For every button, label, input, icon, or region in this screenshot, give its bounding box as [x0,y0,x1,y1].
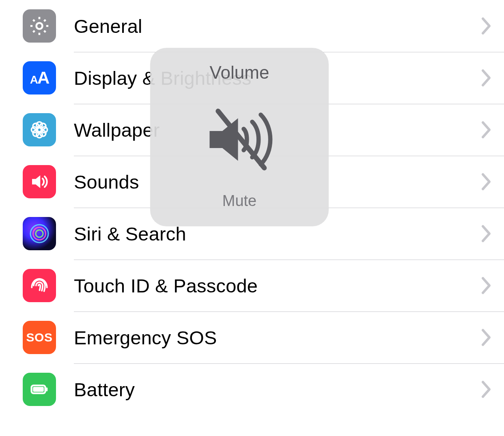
settings-row-label: Emergency SOS [74,326,480,349]
battery-icon [23,373,56,406]
fingerprint-icon [23,269,56,302]
chevron-right-icon [480,380,492,399]
volume-hud-subtitle: Mute [222,192,256,210]
settings-row-touchid[interactable]: Touch ID & Passcode [0,260,504,311]
text-size-icon: AA [23,61,56,95]
flower-icon [23,113,56,146]
gear-icon [23,9,56,43]
chevron-right-icon [480,16,492,36]
speaker-icon [23,165,56,198]
settings-row-battery[interactable]: Battery [0,363,504,415]
chevron-right-icon [480,68,492,88]
svg-rect-15 [46,387,47,391]
chevron-right-icon [480,120,492,140]
settings-row-label: Touch ID & Passcode [74,275,480,297]
svg-point-12 [36,230,43,237]
volume-hud-title: Volume [210,62,269,83]
settings-row-label: General [74,15,480,37]
svg-point-0 [37,23,43,29]
chevron-right-icon [480,276,492,295]
speaker-muted-icon [195,95,284,184]
svg-rect-14 [33,387,44,392]
sos-icon: SOS [23,321,56,354]
chevron-right-icon [480,172,492,191]
settings-row-sos[interactable]: SOS Emergency SOS [0,311,504,363]
settings-row-label: Battery [74,378,480,401]
chevron-right-icon [480,224,492,243]
settings-row-general[interactable]: General [0,0,504,52]
svg-point-11 [33,228,46,240]
siri-icon [23,217,56,250]
volume-hud: Volume Mute [150,48,329,226]
chevron-right-icon [480,328,492,347]
